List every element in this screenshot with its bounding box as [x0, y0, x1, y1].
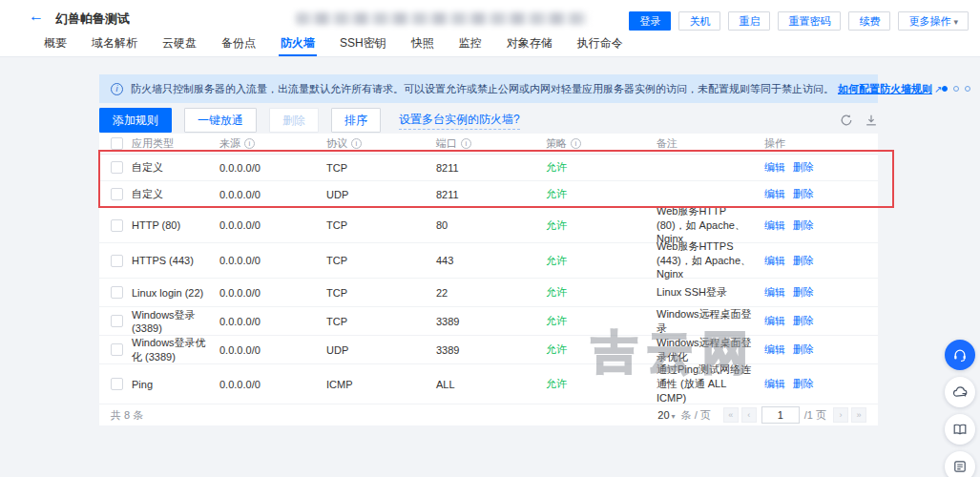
column-header: 端口i: [436, 136, 546, 151]
page-size-select[interactable]: 20▾: [657, 409, 675, 421]
policy: 允许: [546, 160, 657, 175]
customer-service-button[interactable]: [945, 340, 975, 370]
carousel-dot[interactable]: [953, 86, 959, 92]
info-icon[interactable]: i: [461, 138, 471, 149]
row-checkbox[interactable]: [111, 219, 123, 232]
delete-link[interactable]: 删除: [793, 161, 814, 173]
tab-防火墙[interactable]: 防火墙: [279, 33, 317, 56]
top-bar: ← 幻兽帕鲁测试 登录关机重启重置密码续费更多操作▾ 概要域名解析云硬盘备份点防…: [0, 0, 980, 57]
tab-快照[interactable]: 快照: [409, 33, 436, 56]
source: 0.0.0.0/0: [219, 287, 326, 299]
toolbar-button-排序[interactable]: 排序: [331, 108, 381, 133]
source: 0.0.0.0/0: [219, 219, 326, 231]
source: 0.0.0.0/0: [219, 316, 326, 327]
prev-page-button[interactable]: ‹: [741, 407, 757, 423]
row-checkbox[interactable]: [111, 343, 123, 356]
source: 0.0.0.0/0: [219, 162, 326, 174]
tab-概要[interactable]: 概要: [42, 33, 69, 56]
edit-link[interactable]: 编辑: [764, 161, 785, 173]
table-row: HTTPS (443) 0.0.0.0/0 TCP 443 允许 Web服务HT…: [99, 243, 878, 279]
delete-link[interactable]: 删除: [793, 378, 814, 389]
edit-link[interactable]: 编辑: [764, 315, 785, 326]
carousel-dot[interactable]: [965, 86, 970, 92]
row-checkbox[interactable]: [111, 315, 123, 327]
docs-button[interactable]: [945, 414, 975, 445]
firewall-rules-help-link[interactable]: 如何配置防火墙规则: [838, 82, 932, 96]
refresh-icon[interactable]: [840, 114, 853, 127]
tab-备份点[interactable]: 备份点: [219, 33, 258, 56]
page-number-input[interactable]: [761, 406, 800, 424]
edit-link[interactable]: 编辑: [764, 378, 785, 389]
header-action-button[interactable]: 续费: [848, 11, 890, 31]
header-actions: 登录关机重启重置密码续费更多操作▾: [629, 11, 969, 31]
policy: 允许: [546, 342, 657, 357]
remark: 通过Ping测试网络连通性 (放通 ALL ICMP): [657, 363, 764, 405]
edit-link[interactable]: 编辑: [764, 286, 785, 298]
last-page-button[interactable]: »: [851, 407, 866, 423]
header-action-button[interactable]: 重置密码: [778, 11, 841, 31]
chevron-down-icon: ▾: [953, 17, 958, 27]
tab-执行命令[interactable]: 执行命令: [575, 33, 625, 56]
tab-SSH密钥[interactable]: SSH密钥: [338, 33, 388, 56]
tab-云硬盘[interactable]: 云硬盘: [160, 33, 198, 56]
next-page-button[interactable]: ›: [833, 407, 848, 423]
delete-link[interactable]: 删除: [793, 286, 814, 298]
table-row: Linux login (22) 0.0.0.0/0 TCP 22 允许 Lin…: [99, 279, 878, 307]
delete-link[interactable]: 删除: [793, 315, 814, 326]
book-icon: [952, 422, 968, 437]
header-action-button[interactable]: 登录: [629, 11, 671, 31]
table-row: Ping 0.0.0.0/0 ICMP ALL 允许 通过Ping测试网络连通性…: [99, 364, 878, 404]
page-total-label: /1 页: [804, 408, 826, 423]
row-checkbox[interactable]: [111, 188, 123, 200]
info-icon[interactable]: i: [571, 138, 581, 149]
carousel-dot[interactable]: [942, 86, 948, 92]
total-count: 共 8 条: [111, 408, 143, 423]
row-actions: 编辑删除: [764, 254, 878, 268]
remark: Windows远程桌面登录优化: [657, 336, 764, 364]
download-icon[interactable]: [865, 114, 878, 127]
delete-link[interactable]: 删除: [793, 188, 814, 199]
port: 3389: [436, 344, 546, 356]
tab-域名解析[interactable]: 域名解析: [90, 33, 139, 56]
header-action-button[interactable]: 关机: [678, 11, 720, 31]
header-action-button[interactable]: 更多操作▾: [898, 11, 969, 31]
edit-link[interactable]: 编辑: [764, 343, 785, 355]
row-checkbox[interactable]: [111, 378, 123, 390]
app-type: Linux login (22): [132, 287, 203, 299]
row-actions: 编辑删除: [764, 377, 878, 391]
cloud-button[interactable]: [945, 377, 975, 407]
tab-对象存储[interactable]: 对象存储: [505, 33, 554, 56]
edit-link[interactable]: 编辑: [764, 255, 785, 266]
row-checkbox[interactable]: [111, 286, 123, 299]
header-action-button[interactable]: 重启: [728, 11, 770, 31]
row-checkbox[interactable]: [111, 161, 123, 174]
column-header: 备注: [657, 136, 764, 151]
info-icon[interactable]: i: [351, 138, 362, 149]
source: 0.0.0.0/0: [219, 189, 326, 200]
edit-link[interactable]: 编辑: [764, 219, 785, 231]
column-label: 操作: [764, 136, 785, 151]
first-page-button[interactable]: «: [723, 407, 739, 423]
multi-instance-firewall-link[interactable]: 设置多台实例的防火墙?: [399, 112, 520, 130]
row-actions: 编辑删除: [764, 342, 878, 357]
info-icon: i: [111, 83, 123, 95]
delete-link[interactable]: 删除: [793, 219, 814, 231]
delete-link[interactable]: 删除: [793, 343, 814, 355]
row-checkbox[interactable]: [111, 255, 123, 267]
back-icon[interactable]: ←: [29, 8, 44, 25]
toolbar-button-一键放通[interactable]: 一键放通: [184, 108, 257, 133]
feedback-button[interactable]: [945, 451, 975, 477]
protocol: TCP: [326, 219, 436, 231]
info-icon[interactable]: i: [244, 138, 255, 149]
tab-监控[interactable]: 监控: [457, 33, 484, 56]
column-header: 来源i: [219, 136, 326, 151]
table-row: Windows登录 (3389) 0.0.0.0/0 TCP 3389 允许 W…: [99, 307, 878, 336]
toolbar-button-添加规则[interactable]: 添加规则: [99, 108, 172, 133]
port: 3389: [436, 316, 546, 327]
delete-link[interactable]: 删除: [793, 255, 814, 266]
edit-link[interactable]: 编辑: [764, 188, 785, 199]
tab-bar: 概要域名解析云硬盘备份点防火墙SSH密钥快照监控对象存储执行命令: [42, 33, 625, 56]
toolbar-icons: [840, 114, 878, 127]
select-all-checkbox[interactable]: [111, 137, 123, 150]
protocol: ICMP: [326, 379, 436, 390]
